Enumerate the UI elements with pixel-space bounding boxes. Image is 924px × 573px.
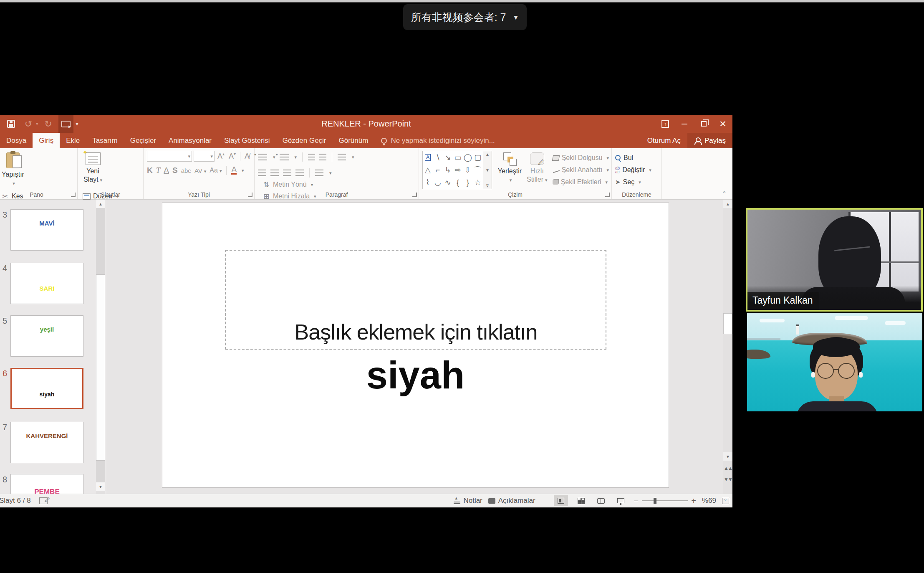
reading-view-button[interactable] <box>594 495 608 506</box>
slide-thumbnail-6-selected[interactable]: siyah <box>10 368 83 409</box>
change-case-button[interactable]: Aa▾ <box>210 167 222 174</box>
strikethrough-button[interactable]: abc <box>181 167 191 174</box>
shape-rectangle[interactable]: ▭ <box>454 153 461 162</box>
scroll-down-button[interactable]: ▼ <box>96 482 105 491</box>
bold-button[interactable]: K <box>147 166 153 175</box>
tab-gorunum[interactable]: Görünüm <box>333 133 375 148</box>
shapes-gallery-scrollbar[interactable]: ▲ ▼ ⊽ <box>483 151 492 189</box>
next-slide-button[interactable]: ▼▼ <box>723 475 732 484</box>
undo-dropdown[interactable]: ▾ <box>36 121 38 127</box>
shape-arrow-line[interactable]: ↘ <box>444 153 451 162</box>
cizim-dialog-launcher[interactable] <box>605 193 610 197</box>
notes-toggle[interactable]: Notlar <box>454 497 482 505</box>
slide-thumbnail-3[interactable]: MAVİ <box>10 209 83 251</box>
slide-thumbnail-5[interactable]: yeşil <box>10 315 83 357</box>
align-left-icon[interactable] <box>258 170 266 176</box>
start-slideshow-button[interactable] <box>58 115 73 133</box>
customize-qat-button[interactable]: ▾ <box>76 121 78 127</box>
minimize-button[interactable] <box>675 115 694 133</box>
slide-text-siyah[interactable]: siyah <box>162 353 669 397</box>
align-center-icon[interactable] <box>270 170 279 176</box>
select-button[interactable]: ➤Seç▾ <box>615 177 651 188</box>
zoom-in-button[interactable]: + <box>691 496 696 506</box>
shape-rounded-rectangle[interactable]: ▢ <box>474 153 481 162</box>
align-right-icon[interactable] <box>283 170 291 176</box>
thumbnail-panel-scrollbar[interactable]: ▲ ▼ <box>96 200 105 494</box>
previous-slide-button[interactable]: ▲▲ <box>723 464 732 472</box>
scrollbar-thumb[interactable] <box>96 274 105 461</box>
restore-button[interactable] <box>694 115 713 133</box>
find-button[interactable]: Bul <box>615 152 651 163</box>
tab-dosya[interactable]: Dosya <box>0 133 33 148</box>
tab-giris[interactable]: Giriş <box>33 133 60 148</box>
zoom-out-button[interactable]: − <box>634 496 639 506</box>
slide-canvas[interactable]: Başlık eklemek için tıklatın siyah <box>162 203 669 488</box>
shape-right-brace[interactable]: } <box>467 178 469 187</box>
tab-tasarim[interactable]: Tasarım <box>86 133 124 148</box>
font-size-combobox[interactable]: ▾ <box>194 151 215 162</box>
tab-gecisler[interactable]: Geçişler <box>124 133 162 148</box>
scroll-up-button[interactable]: ▲ <box>723 200 732 208</box>
shape-outline-button[interactable]: Şekil Anahattı▾ <box>553 165 609 175</box>
increase-indent-icon[interactable] <box>319 154 326 160</box>
shape-star[interactable]: ☆ <box>475 178 481 187</box>
columns-icon[interactable] <box>315 170 323 176</box>
shape-right-arrow[interactable]: ⇨ <box>454 165 461 175</box>
redo-button[interactable]: ↻ <box>41 115 56 133</box>
shape-arc-block[interactable]: ⌒ <box>474 165 482 175</box>
scroll-down-button[interactable]: ▼ <box>723 452 732 461</box>
replace-button[interactable]: abacDeğiştir▾ <box>615 165 651 175</box>
arrange-button[interactable]: Yerleştir▾ <box>495 151 524 189</box>
shapes-scroll-up-icon[interactable]: ▲ <box>485 152 490 157</box>
shape-line[interactable]: ∖ <box>435 153 440 162</box>
scrollbar-thumb[interactable] <box>723 313 732 334</box>
slide-thumbnail-4[interactable]: SARI <box>10 263 83 304</box>
slide-thumbnail-8[interactable]: PEMBE <box>10 474 83 494</box>
shape-fill-button[interactable]: Şekil Dolgusu▾ <box>553 152 609 163</box>
grow-font-button[interactable]: A <box>216 152 226 161</box>
comments-toggle[interactable]: Açıklamalar <box>488 497 535 505</box>
fit-slide-to-window-button[interactable] <box>722 498 729 504</box>
paragraf-dialog-launcher[interactable] <box>412 193 417 197</box>
undo-button[interactable]: ↺ <box>21 115 36 133</box>
quick-styles-button[interactable]: HızlıStiller▾ <box>524 151 550 189</box>
slide-sorter-view-button[interactable] <box>574 495 588 506</box>
video-tile-second-participant[interactable] <box>747 313 922 411</box>
justify-icon[interactable] <box>295 170 304 176</box>
text-shadow-button[interactable]: S <box>172 166 178 175</box>
zoom-level[interactable]: %69 <box>702 497 716 505</box>
title-placeholder[interactable]: Başlık eklemek için tıklatın <box>225 250 606 350</box>
shape-ellipse[interactable]: ◯ <box>464 153 472 162</box>
shape-elbow[interactable]: ⌐ <box>436 166 440 175</box>
yazi-tipi-dialog-launcher[interactable] <box>248 193 252 197</box>
shrink-font-button[interactable]: A <box>227 152 237 161</box>
zoom-slider-thumb[interactable] <box>654 498 656 504</box>
underline-button[interactable]: A <box>164 166 169 175</box>
shape-triangle[interactable]: △ <box>425 165 431 175</box>
italic-button[interactable]: T <box>156 166 161 175</box>
normal-view-button[interactable] <box>554 495 568 506</box>
video-tile-active-speaker[interactable]: Tayfun Kalkan <box>746 208 923 312</box>
share-button[interactable]: Paylaş <box>687 133 732 148</box>
numbering-icon[interactable] <box>280 154 289 160</box>
participants-banner[interactable]: 所有非视频参会者: 7 ▼ <box>403 4 527 30</box>
font-color-dropdown[interactable]: ▾ <box>242 168 244 173</box>
tab-gozden-gecir[interactable]: Gözden Geçir <box>276 133 333 148</box>
shape-left-brace[interactable]: { <box>457 178 459 187</box>
shape-textbox[interactable]: A <box>425 154 431 161</box>
character-spacing-button[interactable]: AV▾ <box>194 167 206 174</box>
tab-slayt-gosterisi[interactable]: Slayt Gösterisi <box>218 133 276 148</box>
clear-formatting-button[interactable]: A̸ <box>243 152 251 161</box>
shapes-scroll-down-icon[interactable]: ▼ <box>485 168 490 172</box>
shape-curve[interactable]: ◡ <box>434 178 441 187</box>
shape-effects-button[interactable]: Şekil Efektleri▾ <box>553 177 609 188</box>
save-button[interactable] <box>3 115 18 133</box>
zoom-slider[interactable] <box>642 500 688 501</box>
shape-wave[interactable]: ∿ <box>444 178 451 187</box>
bullets-icon[interactable] <box>258 154 267 160</box>
font-color-button[interactable]: A <box>231 166 237 175</box>
shape-elbow-arrow[interactable]: ↳ <box>444 165 451 175</box>
new-slide-button[interactable]: YeniSlayt▾ <box>81 151 105 189</box>
slideshow-view-button[interactable] <box>614 495 628 506</box>
tell-me-box[interactable]: Ne yapmak istediğinizi söyleyin... <box>381 133 495 148</box>
